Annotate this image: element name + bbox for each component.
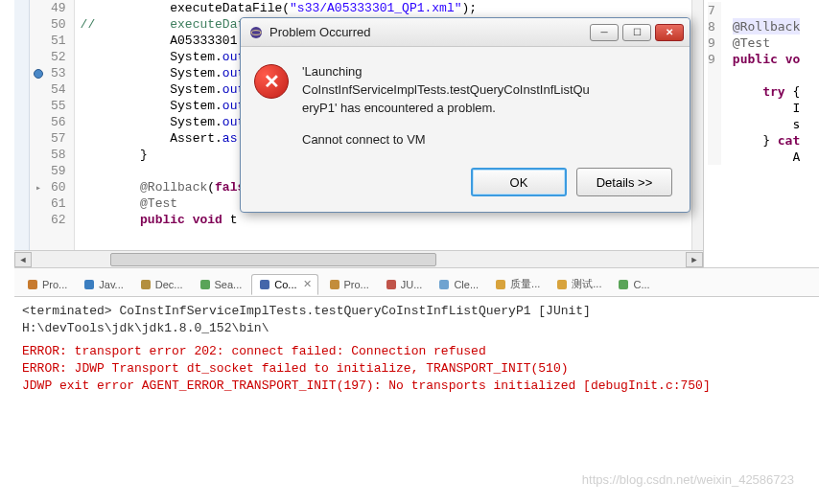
scroll-right-button[interactable]: ► [686,252,703,267]
right-line-numbers: 7899 [708,2,721,165]
dialog-titlebar[interactable]: Problem Occurred ─ ☐ ✕ [241,18,690,47]
line-number: 58 [51,147,66,163]
svg-rect-1 [84,280,94,289]
code-line[interactable]: A [733,149,800,165]
minimize-button[interactable]: ─ [590,24,619,41]
close-button[interactable]: ✕ [655,24,684,41]
right-editor-pane: 7899 @Rollback@Testpublic vo try { I s }… [704,0,819,267]
tab-test[interactable]: 测试... [550,274,607,294]
maximize-button[interactable]: ☐ [622,24,651,41]
search-icon [199,278,212,291]
console-error-line[interactable]: JDWP exit error AGENT_ERROR_TRANSPORT_IN… [22,378,811,395]
cleanup-icon [437,278,451,291]
ok-button[interactable]: OK [471,168,567,196]
console-view[interactable]: <terminated> CoInstInfServiceImplTests.t… [14,297,819,401]
breakpoint-gutter[interactable]: ▸ [30,0,47,250]
scroll-thumb[interactable] [110,253,436,266]
progress-icon [328,278,341,291]
svg-rect-3 [200,280,210,289]
tab-label: Sea... [215,279,243,290]
console-error-line[interactable]: ERROR: transport error 202: connect fail… [22,343,811,360]
tab-progress[interactable]: Pro... [322,275,375,294]
tab-label: Dec... [155,279,183,290]
tab-label: Pro... [42,279,67,290]
tab-label: 质量... [510,277,540,291]
overview-ruler[interactable] [691,0,703,250]
line-number: 52 [51,49,66,65]
line-number: 59 [51,163,66,179]
code-line[interactable]: } cat [733,132,800,149]
console-process-header: <terminated> CoInstInfServiceImplTests.t… [22,303,811,343]
dialog-message: 'Launching CoInstInfServiceImplTests.tes… [302,62,590,149]
tab-javadoc[interactable]: Jav... [77,275,129,294]
line-number: 54 [51,81,66,98]
eclipse-icon [248,25,264,40]
tab-console[interactable]: Co...✕ [251,274,317,295]
error-icon: ✕ [254,64,289,99]
dialog-sub-message: Cannot connect to VM [302,130,590,149]
tab-label: C... [633,279,649,290]
line-number: 53 [51,65,66,81]
tab-problems[interactable]: Pro... [20,275,73,294]
svg-rect-10 [619,280,628,289]
folding-strip[interactable] [14,0,30,250]
line-number: 56 [51,114,66,130]
problems-icon [26,278,39,291]
svg-rect-5 [330,280,339,289]
svg-rect-9 [557,280,567,289]
console-error-output[interactable]: ERROR: transport error 202: connect fail… [22,343,811,395]
tab-hierarchy[interactable]: C... [611,275,655,294]
line-number-gutter: 4950515253545556575859606162 [47,0,74,250]
tab-label: Pro... [344,279,369,290]
line-number: 51 [51,33,66,49]
code-line[interactable]: public void t [81,212,691,228]
javadoc-icon [82,278,96,291]
tab-label: 测试... [572,277,601,291]
tab-label: JU... [401,279,423,290]
tab-junit[interactable]: JU... [379,275,429,294]
details-button[interactable]: Details >> [576,168,672,196]
horizontal-scrollbar[interactable]: ◄ ► [14,250,703,267]
line-number: 49 [51,0,66,16]
watermark-text: https://blog.csdn.net/weixin_42586723 [582,472,794,487]
quality-cn-icon [494,278,507,291]
tab-cleanup[interactable]: Cle... [432,275,484,294]
code-line[interactable]: s [733,116,800,132]
views-tab-bar: Pro...Jav...Dec...Sea...Co...✕Pro...JU..… [14,268,819,297]
right-code-body[interactable]: @Rollback@Testpublic vo try { I s } cat … [721,2,800,165]
declaration-icon [139,278,152,291]
junit-icon [385,278,398,291]
code-line[interactable]: try { [733,83,800,100]
dialog-message-line: 'Launching [302,62,590,80]
code-line[interactable]: @Rollback [733,18,800,34]
svg-rect-0 [28,280,37,289]
call-hierarchy-icon [617,278,630,291]
code-line[interactable]: @Test [733,34,800,51]
tab-close-icon[interactable]: ✕ [303,278,312,290]
code-line[interactable] [733,67,800,83]
code-line[interactable]: I [733,100,800,116]
line-number: 61 [51,195,66,212]
line-number: 62 [51,212,66,228]
svg-rect-7 [439,280,449,289]
scroll-left-button[interactable]: ◄ [14,252,32,267]
console-icon [258,278,271,291]
code-line[interactable]: public vo [733,51,800,67]
breakpoint-icon[interactable] [34,69,43,79]
line-number: 50 [51,16,66,33]
svg-rect-2 [141,280,151,289]
dialog-title: Problem Occurred [269,25,590,39]
line-number: 57 [51,130,66,147]
tab-search[interactable]: Sea... [193,275,248,294]
tab-declaration[interactable]: Dec... [133,275,189,294]
code-line[interactable] [733,2,800,18]
tab-quality[interactable]: 质量... [488,274,546,294]
svg-rect-6 [386,280,396,289]
line-number: 60 [51,179,66,195]
line-number: 55 [51,98,66,114]
dialog-message-line: eryP1' has encountered a problem. [302,99,590,117]
problem-occurred-dialog: Problem Occurred ─ ☐ ✕ ✕ 'Launching CoIn… [240,17,690,213]
code-line[interactable]: executeDataFile("s33/A05333301_QP1.xml")… [81,0,691,16]
svg-rect-4 [260,280,269,289]
console-error-line[interactable]: ERROR: JDWP Transport dt_socket failed t… [22,360,811,378]
